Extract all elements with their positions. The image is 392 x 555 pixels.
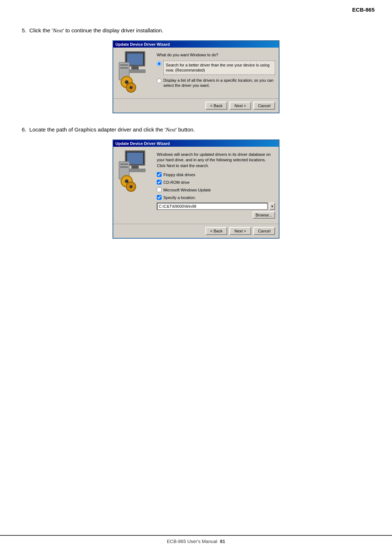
checkbox2[interactable] [157, 180, 162, 185]
page-content: 5. Click the 'Next' to continue the disp… [0, 13, 392, 274]
dialog2-wrapper: Update Device Driver Wizard [22, 139, 370, 239]
disk4-inner [130, 185, 132, 188]
tower-slot3 [120, 163, 128, 165]
dialog2-image [117, 150, 153, 220]
step5-text: 5. Click the 'Next' to continue the disp… [22, 27, 370, 34]
dialog1-back-button[interactable]: < Back [205, 102, 227, 110]
step5-before: Click the ' [29, 27, 53, 33]
dialog1-image [117, 51, 153, 95]
checkbox1[interactable] [157, 172, 162, 177]
dialog2-footer: < Back Next > Cancel [113, 224, 279, 238]
step6-text: 6. Locate the path of Graphics adapter d… [22, 126, 370, 133]
location-input[interactable] [157, 203, 268, 210]
radio2[interactable] [157, 78, 162, 83]
dialog2-cancel-button[interactable]: Cancel [253, 227, 275, 235]
dialog1-content: What do you want Windows to do? Search f… [157, 51, 275, 95]
dialog1-body: What do you want Windows to do? Search f… [113, 48, 279, 98]
computer-icon2 [119, 150, 151, 194]
radio1[interactable] [157, 61, 162, 66]
dropdown-arrow-icon[interactable]: ▼ [269, 203, 275, 210]
dialog1-footer: < Back Next > Cancel [113, 98, 279, 113]
browse-button[interactable]: Browse... [253, 211, 275, 219]
dialog1-wrapper: Update Device Driver Wizard [22, 40, 370, 113]
dialog2-title: Update Device Driver Wizard [115, 141, 170, 146]
dialog2-next-button[interactable]: Next > [229, 227, 251, 235]
computer-icon [119, 51, 151, 95]
checkbox3[interactable] [157, 187, 162, 192]
dialog1-next-button[interactable]: Next > [229, 102, 251, 110]
dialog1-box: Update Device Driver Wizard [113, 40, 279, 113]
disk2 [126, 82, 136, 93]
step6-italic: Next [166, 127, 176, 133]
checkbox-option3: Microsoft Windows Update [157, 187, 275, 192]
radio2-label: Display a list of all the drivers in a s… [163, 78, 275, 88]
radio-option2: Display a list of all the drivers in a s… [157, 78, 275, 88]
checkbox2-label: CD-ROM drive [163, 180, 189, 185]
dialog2-body: Windows will search for updated drivers … [113, 147, 279, 224]
dialog2-back-button[interactable]: < Back [205, 227, 227, 235]
dialog2-content: Windows will search for updated drivers … [157, 150, 275, 220]
checkbox-option4: Specify a location: [157, 195, 275, 200]
step6-before: Locate the path of Graphics adapter driv… [29, 126, 166, 133]
dialog1-titlebar: Update Device Driver Wizard [113, 41, 279, 48]
dialog1-cancel-button[interactable]: Cancel [253, 102, 275, 110]
step6-number: 6. [22, 126, 26, 133]
disk4 [126, 182, 136, 192]
radio-option1: Search for a better driver than the one … [157, 61, 275, 75]
tower-slot4 [120, 166, 128, 168]
radio1-label: Search for a better driver than the one … [163, 61, 275, 75]
dialog2-titlebar: Update Device Driver Wizard [113, 140, 279, 147]
checkbox1-label: Floppy disk drives [163, 173, 195, 177]
footer-text: ECB-865 User's Manual 81 [167, 539, 225, 544]
checkbox4-label: Specify a location: [163, 195, 196, 200]
dialog1-title: Update Device Driver Wizard [115, 42, 170, 46]
page-header: ECB-865 [0, 0, 392, 13]
header-title: ECB-865 [352, 7, 375, 13]
disk2-inner [130, 86, 132, 89]
location-field: ▼ [157, 203, 275, 210]
tower-slot2 [120, 67, 128, 69]
dialog2-description: Windows will search for updated drivers … [157, 152, 275, 169]
checkbox4[interactable] [157, 195, 162, 200]
checkbox3-label: Microsoft Windows Update [163, 188, 211, 192]
page-footer: ECB-865 User's Manual 81 [0, 535, 392, 544]
dialog2-box: Update Device Driver Wizard [113, 139, 279, 239]
step5-italic: Next [53, 28, 63, 33]
step5-number: 5. [22, 27, 26, 33]
footer-page-number: 81 [220, 539, 225, 544]
step5-after: ' to continue the display driver install… [63, 27, 163, 33]
tower-slot [120, 64, 128, 66]
step6-after: ' button. [176, 126, 195, 133]
footer-manual-text: ECB-865 User's Manual [167, 539, 217, 544]
checkbox-option2: CD-ROM drive [157, 180, 275, 185]
monitor-stand2 [131, 166, 139, 169]
monitor-stand [131, 66, 139, 69]
checkbox-option1: Floppy disk drives [157, 172, 275, 177]
dialog1-question: What do you want Windows to do? [157, 53, 275, 57]
